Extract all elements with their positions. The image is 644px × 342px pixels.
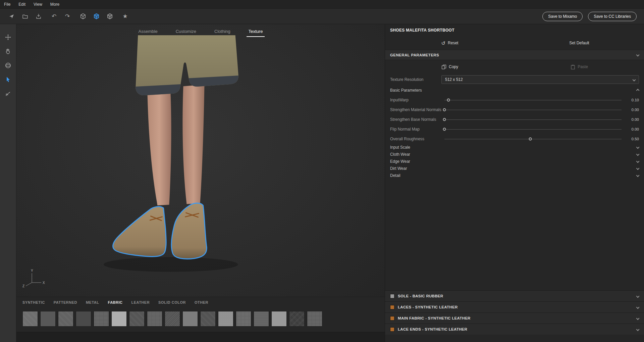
menu-view[interactable]: View [34, 2, 42, 7]
menu-edit[interactable]: Edit [18, 2, 25, 7]
slider-value: 0.00 [626, 117, 639, 121]
tab-customize[interactable]: Customize [176, 29, 196, 34]
tab-clothing[interactable]: Clothing [214, 29, 230, 34]
menu-more[interactable]: More [50, 2, 59, 7]
texture-swatch[interactable] [271, 311, 287, 327]
viewport-3d[interactable]: Assemble Customize Clothing Texture [16, 24, 385, 297]
chevron-down-icon [636, 294, 640, 298]
strengthen-base-normals-slider[interactable] [444, 114, 622, 124]
save-to-mixamo-button[interactable]: Save to Mixamo [542, 12, 583, 21]
texture-swatch[interactable] [94, 311, 109, 327]
texture-swatch[interactable] [182, 311, 198, 327]
texture-swatch[interactable] [22, 311, 38, 327]
slider-knob[interactable] [447, 98, 450, 101]
material-section-sole[interactable]: SOLE - BASIC RUBBER [385, 290, 644, 301]
section-cloth-wear[interactable]: Cloth Wear [385, 151, 644, 158]
sphere-tool-icon[interactable] [5, 62, 11, 69]
undo-icon[interactable]: ↶ [50, 13, 58, 20]
inputwarp-slider[interactable] [444, 95, 622, 105]
pose-tool-icon[interactable] [5, 90, 11, 97]
chevron-down-icon [636, 316, 640, 320]
set-default-label: Set Default [569, 41, 589, 45]
copy-paste-row: Copy Paste [385, 60, 644, 74]
texture-resolution-dropdown[interactable]: 512 x 512 [441, 75, 639, 84]
save-to-cc-libraries-button[interactable]: Save to CC Libraries [588, 12, 637, 21]
category-other[interactable]: OTHER [195, 300, 208, 304]
slider-knob[interactable] [443, 128, 446, 131]
texture-swatch[interactable] [218, 311, 233, 327]
move-tool-icon[interactable] [5, 34, 11, 41]
copy-button[interactable]: Copy [385, 64, 515, 69]
strengthen-material-normals-slider[interactable] [444, 105, 622, 114]
material-section-main-fabric[interactable]: MAIN FABRIC - SYNTHETIC LEATHER [385, 312, 644, 324]
material-thumbnail [390, 327, 394, 332]
cube-active-icon[interactable] [93, 13, 100, 20]
texture-swatch[interactable] [307, 311, 322, 327]
texture-swatch[interactable] [76, 311, 91, 327]
copy-icon [441, 64, 446, 69]
texture-swatch[interactable] [289, 311, 305, 327]
category-synthetic[interactable]: SYNTHETIC [22, 300, 45, 304]
hand-tool-icon[interactable] [5, 48, 11, 55]
texture-swatch[interactable] [58, 311, 73, 327]
general-parameters-header[interactable]: GENERAL PARAMETERS [385, 50, 644, 60]
reset-label: Reset [448, 41, 458, 45]
texture-swatch[interactable] [236, 311, 251, 327]
category-leather[interactable]: LEATHER [131, 300, 150, 304]
slider-row-strengthen-material-normals: Strengthen Material Normals 0.00 [385, 105, 644, 114]
slider-label: Strengthen Material Normals [390, 107, 443, 112]
slider-value: 0.00 [626, 127, 639, 131]
open-folder-icon[interactable] [21, 13, 29, 20]
section-label: Detail [390, 173, 400, 178]
basic-parameters-header[interactable]: Basic Parameters [385, 86, 644, 95]
tab-assemble[interactable]: Assemble [139, 29, 158, 34]
set-default-button[interactable]: Set Default [515, 41, 644, 45]
slider-knob[interactable] [443, 108, 446, 111]
texture-swatch[interactable] [200, 311, 216, 327]
chevron-down-icon [633, 78, 636, 81]
import-save-icon[interactable] [35, 13, 42, 20]
slider-track [444, 119, 622, 120]
texture-swatch[interactable] [147, 311, 162, 327]
overall-roughness-slider[interactable] [444, 134, 622, 144]
section-edge-wear[interactable]: Edge Wear [385, 158, 644, 165]
slider-knob[interactable] [443, 118, 446, 121]
category-metal[interactable]: METAL [86, 300, 99, 304]
flip-normal-map-slider[interactable] [444, 124, 622, 134]
paste-label: Paste [578, 64, 588, 69]
section-input-scale[interactable]: Input Scale [385, 144, 644, 151]
slider-label: Overall Roughness [390, 137, 443, 141]
material-section-lace-ends[interactable]: LACE ENDS - SYNTHETIC LEATHER [385, 324, 644, 335]
cube-wireframe-icon[interactable] [79, 13, 87, 20]
select-tool-icon[interactable] [5, 76, 11, 83]
slider-row-inputwarp: InputWarp 0.10 [385, 95, 644, 105]
paste-button[interactable]: Paste [515, 64, 644, 69]
slider-value: 0.50 [626, 137, 639, 141]
texture-swatch[interactable] [40, 311, 56, 327]
material-section-label: MAIN FABRIC - SYNTHETIC LEATHER [398, 316, 471, 320]
chevron-up-icon [636, 89, 640, 92]
redo-icon[interactable]: ↷ [64, 13, 71, 20]
send-export-icon[interactable] [8, 13, 15, 20]
texture-swatch[interactable] [129, 311, 145, 327]
category-solid-color[interactable]: SOLID COLOR [158, 300, 186, 304]
favorites-star-icon[interactable]: ★ [121, 13, 129, 20]
section-detail[interactable]: Detail [385, 172, 644, 179]
section-dirt-wear[interactable]: Dirt Wear [385, 165, 644, 172]
tab-texture[interactable]: Texture [249, 29, 263, 34]
cube-shaded-icon[interactable] [106, 13, 113, 20]
category-patterned[interactable]: PATTERNED [54, 300, 77, 304]
slider-label: Strengthen Base Normals [390, 117, 443, 122]
left-tool-rail [0, 24, 16, 342]
reset-button[interactable]: ↺ Reset [385, 41, 515, 46]
material-section-label: LACE ENDS - SYNTHETIC LEATHER [398, 327, 467, 331]
menu-file[interactable]: File [4, 2, 10, 7]
texture-swatch[interactable] [254, 311, 269, 327]
chevron-down-icon [636, 174, 640, 177]
material-section-laces[interactable]: LACES - SYNTHETIC LEATHER [385, 301, 644, 312]
reset-row: ↺ Reset Set Default [385, 36, 644, 50]
slider-knob[interactable] [529, 137, 532, 140]
texture-swatch[interactable] [165, 311, 180, 327]
texture-swatch[interactable] [111, 311, 127, 327]
category-fabric[interactable]: FABRIC [108, 300, 123, 304]
